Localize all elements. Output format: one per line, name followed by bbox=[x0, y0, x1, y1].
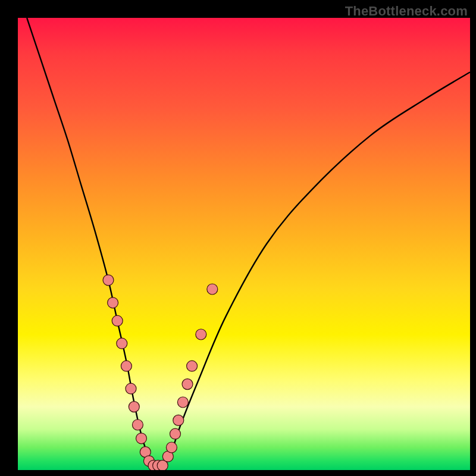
data-marker bbox=[207, 284, 218, 295]
data-marker bbox=[117, 338, 127, 349]
data-marker bbox=[129, 402, 139, 412]
data-marker bbox=[187, 361, 198, 371]
data-marker bbox=[196, 329, 206, 340]
data-marker bbox=[136, 433, 146, 444]
data-marker bbox=[177, 397, 188, 408]
chart-frame: TheBottleneck.com bbox=[0, 0, 476, 476]
data-marker bbox=[182, 379, 193, 390]
data-marker bbox=[121, 361, 131, 371]
data-marker bbox=[170, 428, 180, 439]
data-marker bbox=[103, 275, 114, 286]
data-marker bbox=[108, 298, 118, 308]
data-marker bbox=[166, 442, 177, 453]
marker-group bbox=[103, 275, 218, 470]
bottleneck-curve-path bbox=[27, 18, 470, 466]
watermark-text: TheBottleneck.com bbox=[345, 4, 468, 19]
bottleneck-curve-svg bbox=[18, 18, 470, 470]
data-marker bbox=[132, 419, 143, 430]
plot-area bbox=[18, 18, 470, 470]
data-marker bbox=[112, 315, 123, 326]
data-marker bbox=[173, 415, 184, 425]
data-marker bbox=[126, 383, 136, 394]
